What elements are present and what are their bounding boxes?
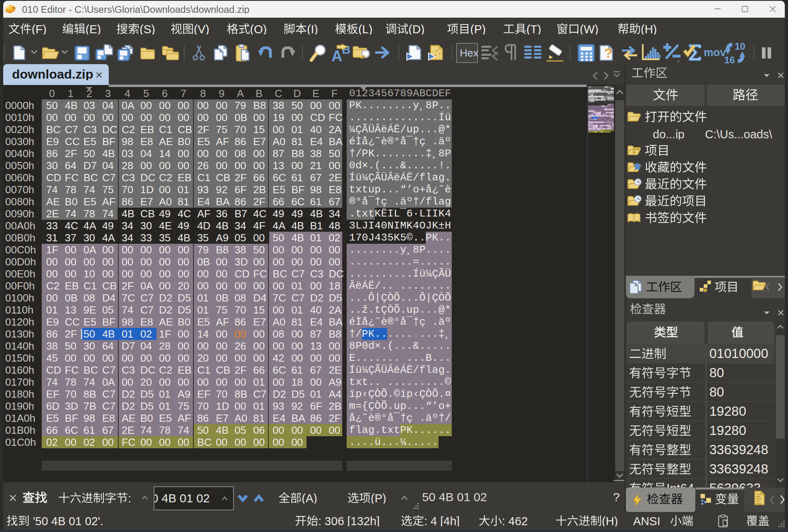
- svg-text:010 Editor - C:\Users\Gloria\D: 010 Editor - C:\Users\Gloria\Downloads\d…: [22, 4, 250, 14]
- svg-text:mov: mov: [704, 47, 726, 57]
- svg-text:'50 4B 01 02'.: '50 4B 01 02'.: [30, 515, 104, 526]
- svg-text:C:\Us...oads\: C:\Us...oads\: [705, 128, 772, 140]
- svg-text:Hex: Hex: [460, 47, 478, 58]
- svg-text:ANSI: ANSI: [633, 515, 660, 526]
- svg-text:16: 16: [724, 55, 735, 64]
- svg-text:(H): (H): [602, 515, 618, 526]
- svg-text:(F): (F): [32, 23, 47, 34]
- svg-text:(A): (A): [302, 492, 317, 504]
- svg-text:10: 10: [735, 42, 745, 52]
- svg-text:(O): (O): [250, 23, 267, 34]
- svg-text:: 306 [132h]: : 306 [132h]: [318, 515, 380, 526]
- svg-text:(T): (T): [526, 23, 541, 34]
- svg-text:: 4 [4h]: : 4 [4h]: [424, 515, 460, 526]
- svg-text:do...ip: do...ip: [653, 128, 684, 140]
- svg-text:(L): (L): [358, 23, 372, 34]
- svg-text:(V): (V): [194, 23, 209, 34]
- svg-text:(D): (D): [408, 23, 424, 34]
- svg-text:A: A: [331, 48, 342, 62]
- svg-text:(H): (H): [641, 23, 657, 34]
- svg-text:: 462: : 462: [502, 515, 528, 526]
- svg-text:Int64: Int64: [666, 482, 694, 487]
- svg-text:(W): (W): [580, 23, 599, 34]
- svg-text:(P): (P): [470, 23, 486, 34]
- svg-text:(P): (P): [371, 492, 386, 504]
- svg-text::: :: [128, 492, 131, 504]
- svg-text:(I): (I): [307, 23, 318, 34]
- svg-text:?: ?: [604, 45, 613, 61]
- svg-text:download.zip: download.zip: [12, 67, 93, 80]
- svg-text:(S): (S): [140, 23, 155, 34]
- svg-text:(E): (E): [85, 23, 101, 34]
